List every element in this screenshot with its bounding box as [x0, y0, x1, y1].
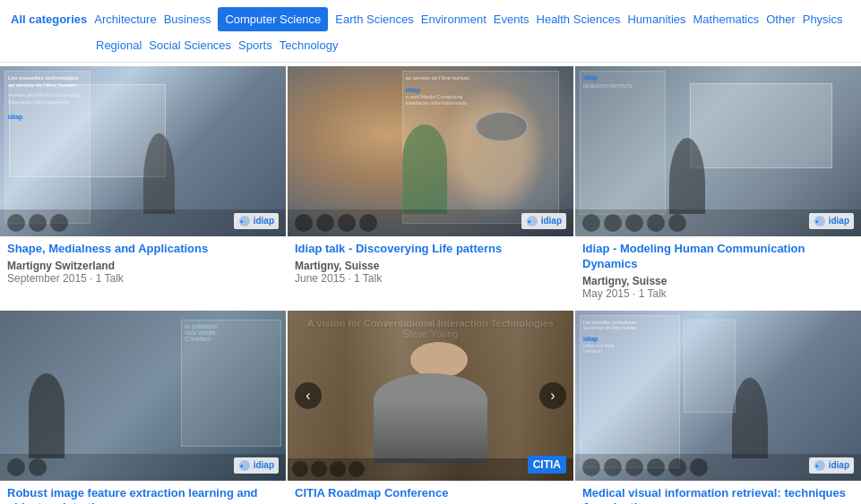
card-thumbnail-3: idiap RESEARCH INSTITUTE ✦ idiap — [575, 66, 861, 236]
nav-item-earth-sciences[interactable]: Earth Sciences — [335, 9, 413, 30]
card-body-2: Idiap talk - Discoverying Life patterns … — [288, 236, 573, 294]
card-body-3: Idiap - Modeling Human Communication Dyn… — [575, 236, 861, 309]
category-nav: All categories Architecture Business Com… — [0, 0, 861, 63]
card-title-3[interactable]: Idiap - Modeling Human Communication Dyn… — [582, 242, 854, 272]
idiap-logo-3: ✦ idiap — [809, 213, 854, 229]
card-thumbnail-1: Les nouvelles technologiesau service de … — [0, 66, 286, 236]
idiap-logo-text-3: idiap — [829, 216, 849, 226]
citia-logo: CITIA — [528, 456, 566, 474]
svg-text:✦: ✦ — [239, 219, 244, 225]
card-title-5[interactable]: CITIA Roadmap Conference — [295, 486, 566, 501]
card-body-6: Medical visual information retrieval: te… — [575, 481, 861, 504]
svg-text:✦: ✦ — [239, 464, 244, 469]
idiap-logo-4: ✦ idiap — [234, 457, 279, 474]
prev-arrow[interactable]: ‹ — [295, 382, 322, 409]
card-title-2[interactable]: Idiap talk - Discoverying Life patterns — [295, 242, 566, 257]
nav-item-events[interactable]: Events — [494, 9, 530, 30]
idiap-icon-4: ✦ — [238, 459, 251, 472]
card-body-4: Robust image feature extraction learning… — [0, 481, 286, 504]
card-thumbnail-5: A vision for Conversational Interaction … — [288, 311, 573, 481]
next-arrow[interactable]: › — [539, 382, 566, 409]
card-medical-visual[interactable]: Les nouvelles technologiesau service de … — [575, 311, 861, 504]
nav-item-social-sciences[interactable]: Social Sciences — [149, 35, 231, 56]
card-citia[interactable]: A vision for Conversational Interaction … — [288, 311, 573, 504]
card-title-4[interactable]: Robust image feature extraction learning… — [7, 486, 279, 504]
card-sub-2: June 2015 · 1 Talk — [295, 272, 566, 285]
card-robust-image[interactable]: in collaboranick VerdieCrivellaro ✦ idia… — [0, 311, 286, 504]
idiap-logo-2: ✦ idiap — [521, 213, 566, 229]
card-sub-1: September 2015 · 1 Talk — [7, 272, 279, 285]
svg-text:✦: ✦ — [527, 219, 531, 225]
idiap-icon-3: ✦ — [814, 215, 826, 227]
card-idiap-talk[interactable]: au service de l'être humain idiap n and … — [288, 66, 573, 309]
nav-item-regional[interactable]: Regional — [96, 35, 142, 56]
nav-item-humanities[interactable]: Humanities — [627, 9, 685, 30]
idiap-logo-text-2: idiap — [541, 216, 562, 226]
card-thumbnail-4: in collaboranick VerdieCrivellaro ✦ idia… — [0, 311, 286, 481]
nav-item-physics[interactable]: Physics — [803, 9, 843, 30]
card-modeling-human[interactable]: idiap RESEARCH INSTITUTE ✦ idiap Idiap -… — [575, 66, 861, 309]
card-sub-3: May 2015 · 1 Talk — [582, 287, 854, 300]
nav-item-other[interactable]: Other — [766, 9, 796, 30]
card-body-1: Shape, Medialness and Applications Marti… — [0, 236, 286, 294]
nav-item-sports[interactable]: Sports — [238, 35, 272, 56]
svg-text:✦: ✦ — [814, 464, 819, 469]
card-meta-2: Martigny, Suisse — [295, 260, 566, 272]
idiap-logo-6: ✦ idiap — [809, 457, 854, 474]
card-title-6[interactable]: Medical visual information retrieval: te… — [582, 486, 854, 504]
card-title-1[interactable]: Shape, Medialness and Applications — [7, 242, 279, 257]
video-grid: Les nouvelles technologiesau service de … — [0, 63, 861, 504]
idiap-icon-1: ✦ — [238, 215, 251, 227]
idiap-icon-6: ✦ — [814, 459, 826, 472]
nav-item-computer-science[interactable]: Computer Science — [218, 7, 328, 31]
idiap-logo-text-1: idiap — [254, 216, 274, 226]
card-thumbnail-6: Les nouvelles technologiesau service de … — [575, 311, 861, 481]
nav-item-mathematics[interactable]: Mathematics — [693, 9, 760, 30]
nav-item-technology[interactable]: Technology — [280, 35, 339, 56]
card-shape-medialness[interactable]: Les nouvelles technologiesau service de … — [0, 66, 286, 309]
all-categories-label[interactable]: All categories — [11, 9, 87, 30]
nav-item-environment[interactable]: Environment — [421, 9, 486, 30]
svg-text:✦: ✦ — [814, 219, 819, 225]
card-meta-1: Martigny Switzerland — [7, 260, 279, 272]
card-body-5: CITIA Roadmap Conference Brussels, Belgi… — [288, 481, 573, 504]
card-thumbnail-2: au service de l'être humain idiap n and … — [288, 66, 573, 236]
idiap-logo-1: ✦ idiap — [234, 213, 279, 229]
card-meta-3: Martigny, Suisse — [582, 275, 854, 287]
idiap-logo-text-6: idiap — [829, 460, 849, 470]
idiap-logo-text-4: idiap — [254, 460, 274, 470]
idiap-icon-2: ✦ — [526, 215, 538, 227]
nav-item-health-sciences[interactable]: Health Sciences — [537, 9, 621, 30]
svg-text:idiap: idiap — [8, 114, 22, 121]
nav-item-architecture[interactable]: Architecture — [94, 9, 156, 30]
nav-item-business[interactable]: Business — [164, 9, 211, 30]
